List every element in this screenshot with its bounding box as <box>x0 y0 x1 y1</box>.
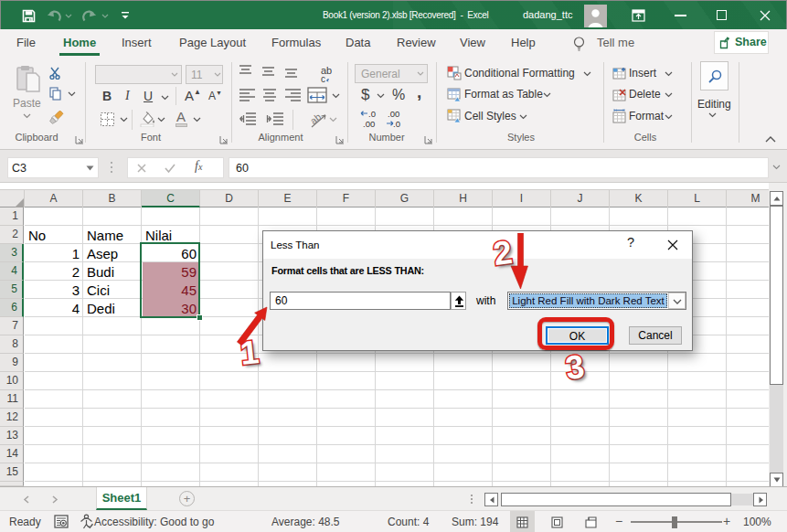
svg-text:.0: .0 <box>368 109 376 119</box>
svg-text:.00: .00 <box>388 109 399 119</box>
svg-text:.00: .00 <box>363 119 375 129</box>
svg-text:c: c <box>321 74 325 84</box>
svg-text:.0: .0 <box>393 119 400 129</box>
